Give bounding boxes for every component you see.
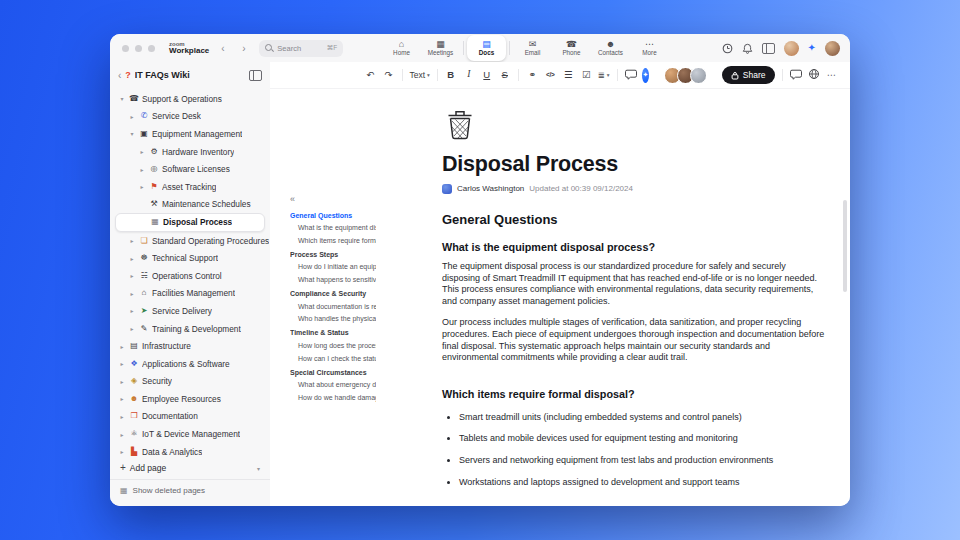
clock-icon[interactable] xyxy=(722,43,733,54)
trash-emoji-icon[interactable] xyxy=(442,106,478,142)
chevron-down-icon[interactable]: ▾ xyxy=(257,465,260,472)
chevron-right-icon[interactable]: ▸ xyxy=(118,413,126,420)
link-button[interactable]: ⚭ xyxy=(526,70,539,80)
chevron-down-icon[interactable]: ▾ xyxy=(118,95,126,102)
chevron-right-icon[interactable]: ▸ xyxy=(118,448,126,455)
sidebar-item-technical-support[interactable]: ▸ ☸ Technical Support xyxy=(110,249,270,267)
back-button[interactable]: ‹ xyxy=(215,43,230,54)
chevron-right-icon[interactable]: ▸ xyxy=(118,378,126,385)
text-style-dropdown[interactable]: Text ▾ xyxy=(409,70,429,80)
sidebar-item-standard-operating-procedures[interactable]: ▸ ❏ Standard Operating Procedures xyxy=(110,232,270,250)
sidebar-item-iot-device-management[interactable]: ▸ ⚛ IoT & Device Management xyxy=(110,425,270,443)
share-button[interactable]: Share xyxy=(722,66,775,84)
sidebar-item-operations-control[interactable]: ▸ ☵ Operations Control xyxy=(110,267,270,285)
chevron-right-icon[interactable]: ▸ xyxy=(118,431,126,438)
avatar[interactable] xyxy=(690,67,707,84)
nav-tab-home[interactable]: ⌂ Home xyxy=(382,35,421,61)
nav-tab-contacts[interactable]: ☻ Contacts xyxy=(591,35,630,61)
italic-button[interactable]: I xyxy=(462,70,475,80)
chevron-right-icon[interactable]: ▸ xyxy=(138,166,146,173)
redo-button[interactable]: ↷ xyxy=(382,70,395,80)
ai-plus-icon[interactable]: ✦ xyxy=(808,43,816,53)
chevron-right-icon[interactable]: ▸ xyxy=(138,183,146,190)
scrollbar[interactable] xyxy=(843,200,847,292)
comment-add-icon[interactable] xyxy=(624,69,637,82)
nav-tab-docs[interactable]: ▤ Docs xyxy=(467,35,506,61)
chevron-right-icon[interactable]: ▸ xyxy=(118,343,126,350)
toc-item[interactable]: What about emergency dis... xyxy=(290,379,376,392)
toc-item[interactable]: What documentation is req... xyxy=(290,301,376,314)
checklist-button[interactable]: ☑ xyxy=(580,70,593,80)
toc-item[interactable]: Which items require formal ... xyxy=(290,235,376,248)
code-button[interactable]: </> xyxy=(544,72,557,79)
sidebar-item-hardware-inventory[interactable]: ▸ ⚙ Hardware Inventory xyxy=(110,143,270,161)
show-deleted-pages-button[interactable]: ▦ Show deleted pages xyxy=(110,479,270,500)
chevron-right-icon[interactable]: ▸ xyxy=(128,325,136,332)
maximize-window-button[interactable] xyxy=(148,45,155,52)
sidebar-item-training-development[interactable]: ▸ ✎ Training & Development xyxy=(110,320,270,338)
add-page-button[interactable]: + Add page ▾ xyxy=(110,459,270,477)
underline-button[interactable]: U xyxy=(480,70,493,80)
toc-section-compliance-security[interactable]: Compliance & Security xyxy=(290,288,376,301)
globe-icon[interactable] xyxy=(807,68,820,82)
chevron-right-icon[interactable]: ▸ xyxy=(128,290,136,297)
panel-toggle-icon[interactable] xyxy=(762,43,775,54)
comment-icon[interactable] xyxy=(789,69,802,82)
toc-item[interactable]: How do we handle damage... xyxy=(290,392,376,405)
toc-section-timeline-status[interactable]: Timeline & Status xyxy=(290,327,376,340)
undo-button[interactable]: ↶ xyxy=(364,70,377,80)
nav-tab-email[interactable]: ✉ Email xyxy=(513,35,552,61)
sidebar-item-software-licenses[interactable]: ▸ ◎ Software Licenses xyxy=(110,160,270,178)
nav-tab-meetings[interactable]: ▦ Meetings xyxy=(421,35,460,61)
toc-item[interactable]: How long does the process ... xyxy=(290,340,376,353)
sidebar-item-disposal-process[interactable]: ▦ Disposal Process xyxy=(115,213,265,232)
toc-item[interactable]: Who handles the physical di... xyxy=(290,313,376,326)
sidebar-item-service-delivery[interactable]: ▸ ➤ Service Delivery xyxy=(110,302,270,320)
search-input[interactable]: Search ⌘F xyxy=(259,40,343,57)
ai-companion-button[interactable]: ✦ xyxy=(642,68,649,83)
chevron-down-icon[interactable]: ▾ xyxy=(128,130,136,137)
chevron-right-icon[interactable]: ▸ xyxy=(128,307,136,314)
bullet-list-button[interactable]: ☰ xyxy=(562,70,575,80)
toc-collapse-icon[interactable]: « xyxy=(290,194,376,208)
chevron-right-icon[interactable]: ▸ xyxy=(128,255,136,262)
more-options-button[interactable]: ⋯ xyxy=(825,70,838,80)
nav-tab-phone[interactable]: ☎ Phone xyxy=(552,35,591,61)
toc-item[interactable]: How do I initiate an equipm... xyxy=(290,261,376,274)
sidebar-item-maintenance-schedules[interactable]: ⚒ Maintenance Schedules xyxy=(110,196,270,214)
toc-section-special-circumstances[interactable]: Special Circumstances xyxy=(290,367,376,380)
align-dropdown[interactable]: ≣ ▾ xyxy=(598,70,610,80)
sidebar-item-facilities-management[interactable]: ▸ ⌂ Facilities Management xyxy=(110,285,270,303)
bell-icon[interactable] xyxy=(742,43,753,54)
sidebar-item-data-analytics[interactable]: ▸ ▙ Data & Analytics xyxy=(110,443,270,461)
toc-item[interactable]: How can I check the status ... xyxy=(290,353,376,366)
sidebar-item-employee-resources[interactable]: ▸ ☻ Employee Resources xyxy=(110,390,270,408)
sidebar-item-equipment-management[interactable]: ▾ ▣ Equipment Management xyxy=(110,125,270,143)
sidebar-item-applications-software[interactable]: ▸ ❖ Applications & Software xyxy=(110,355,270,373)
sidebar-back-icon[interactable]: ‹ xyxy=(118,70,121,81)
doc-title[interactable]: Disposal Process xyxy=(442,152,826,177)
sidebar-item-asset-tracking[interactable]: ▸ ⚑ Asset Tracking xyxy=(110,178,270,196)
chevron-right-icon[interactable]: ▸ xyxy=(128,237,136,244)
sidebar-item-service-desk[interactable]: ▸ ✆ Service Desk xyxy=(110,108,270,126)
toc-item[interactable]: What happens to sensitive ... xyxy=(290,274,376,287)
bold-button[interactable]: B xyxy=(444,70,457,80)
chevron-right-icon[interactable]: ▸ xyxy=(128,272,136,279)
strikethrough-button[interactable]: S xyxy=(498,70,511,80)
chevron-right-icon[interactable]: ▸ xyxy=(118,395,126,402)
sidebar-item-support-operations[interactable]: ▾ ☎ Support & Operations xyxy=(110,90,270,108)
sidebar-collapse-icon[interactable] xyxy=(249,70,262,81)
nav-tab-more[interactable]: ⋯ More xyxy=(630,35,669,61)
sidebar-item-infrastructure[interactable]: ▸ ▤ Infrastructure xyxy=(110,337,270,355)
chevron-right-icon[interactable]: ▸ xyxy=(138,148,146,155)
forward-button[interactable]: › xyxy=(236,43,251,54)
close-window-button[interactable] xyxy=(122,45,129,52)
sidebar-item-security[interactable]: ▸ ◈ Security xyxy=(110,373,270,391)
toc-section-general-questions[interactable]: General Questions xyxy=(290,210,376,223)
user-avatar[interactable] xyxy=(825,41,840,56)
avatar[interactable] xyxy=(784,41,799,56)
minimize-window-button[interactable] xyxy=(135,45,142,52)
toc-section-process-steps[interactable]: Process Steps xyxy=(290,249,376,262)
sidebar-item-documentation[interactable]: ▸ ❒ Documentation xyxy=(110,408,270,426)
chevron-right-icon[interactable]: ▸ xyxy=(128,113,136,120)
